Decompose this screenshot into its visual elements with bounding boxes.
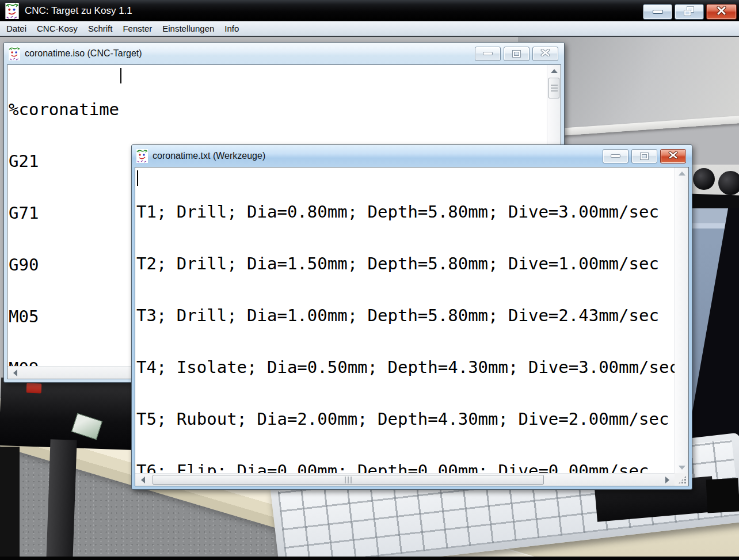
iso-window-controls <box>475 47 559 61</box>
resize-grip[interactable] <box>678 475 687 484</box>
tool-line: T2; Drill; Dia=1.50mm; Depth=5.80mm; Div… <box>136 255 675 272</box>
minimize-icon <box>653 10 662 13</box>
text-caret <box>120 68 121 83</box>
close-icon <box>716 6 727 17</box>
tool-line: T1; Drill; Dia=0.80mm; Depth=5.80mm; Div… <box>136 203 675 220</box>
txt-window: coronatime.txt (Werkzeuge) <box>131 144 692 490</box>
table-leg-photo <box>0 447 20 560</box>
device-photo <box>706 478 739 513</box>
txt-vscrollbar[interactable] <box>675 167 688 473</box>
menu-item-einstellungen[interactable]: Einstellungen <box>157 21 219 36</box>
bottom-frame-bar <box>0 557 739 560</box>
iso-minimize-button[interactable] <box>475 47 501 61</box>
txt-titlebar[interactable]: coronatime.txt (Werkzeuge) <box>132 145 692 167</box>
iso-close-button[interactable] <box>532 47 558 61</box>
scroll-left-icon <box>141 477 145 483</box>
iso-maximize-button[interactable] <box>504 47 530 61</box>
scroll-up-button[interactable] <box>675 167 688 179</box>
document-icon <box>136 149 148 163</box>
red-button-photo <box>26 383 42 394</box>
txt-window-controls <box>603 149 687 163</box>
minimize-icon <box>611 155 620 157</box>
text-caret <box>137 170 138 186</box>
close-button[interactable] <box>706 4 737 20</box>
menu-item-datei[interactable]: Datei <box>1 21 32 36</box>
window-controls <box>643 4 737 20</box>
maximize-icon <box>641 153 648 159</box>
tool-line: T5; Rubout; Dia=2.00mm; Depth=4.30mm; Di… <box>136 410 675 428</box>
scroll-up-icon <box>551 69 558 73</box>
minimize-icon <box>483 52 492 55</box>
knob-photo <box>718 171 739 195</box>
menubar: Datei CNC-Kosy Schrift Fenster Einstellu… <box>0 21 739 36</box>
txt-window-title: coronatime.txt (Werkzeuge) <box>153 151 265 161</box>
scroll-thumb[interactable] <box>153 475 544 485</box>
scroll-up-button[interactable] <box>547 65 561 77</box>
scroll-thumb-grip <box>345 477 352 483</box>
app-icon <box>5 3 19 19</box>
app-title: CNC: Target zu Kosy 1.1 <box>25 5 132 17</box>
txt-content: T1; Drill; Dia=0.80mm; Depth=5.80mm; Div… <box>135 167 689 486</box>
menu-item-cnc-kosy[interactable]: CNC-Kosy <box>32 21 83 36</box>
scroll-left-icon <box>13 369 17 376</box>
restore-button[interactable] <box>675 4 704 20</box>
txt-code-area[interactable]: T1; Drill; Dia=0.80mm; Depth=5.80mm; Div… <box>136 169 675 473</box>
monitor-photo <box>690 208 739 462</box>
knob-photo <box>693 168 715 190</box>
scroll-up-icon <box>679 172 685 176</box>
table-leg-photo <box>46 439 77 560</box>
scroll-left-button[interactable] <box>9 367 21 379</box>
close-icon <box>540 48 550 59</box>
txt-maximize-button[interactable] <box>631 149 657 163</box>
maximize-icon <box>513 51 520 57</box>
iso-titlebar[interactable]: coronatime.iso (CNC-Target) <box>4 43 564 64</box>
txt-close-button[interactable] <box>660 149 686 163</box>
minimize-button[interactable] <box>643 4 672 20</box>
app-titlebar[interactable]: CNC: Target zu Kosy 1.1 <box>0 0 739 21</box>
txt-scroll-corner <box>675 473 688 486</box>
menu-item-info[interactable]: Info <box>219 21 244 36</box>
txt-hscrollbar[interactable] <box>135 473 675 486</box>
document-icon <box>9 47 20 60</box>
code-line: %coronatime <box>9 101 547 118</box>
scroll-left-button[interactable] <box>136 474 149 486</box>
tool-line: T3; Drill; Dia=1.00mm; Depth=5.80mm; Div… <box>136 307 675 324</box>
iso-window-title: coronatime.iso (CNC-Target) <box>25 48 142 59</box>
scroll-down-icon <box>679 466 685 470</box>
scroll-thumb-grip <box>551 85 558 92</box>
menu-item-schrift[interactable]: Schrift <box>83 21 118 36</box>
monitor-bezel-photo <box>690 208 739 462</box>
scroll-down-button[interactable] <box>675 462 688 473</box>
tool-line: T4; Isolate; Dia=0.50mm; Depth=4.30mm; D… <box>136 359 675 376</box>
menu-item-fenster[interactable]: Fenster <box>117 21 157 36</box>
equipment-box-photo <box>0 378 137 450</box>
mdi-client-area: coronatime.iso (CNC-Target) <box>0 36 739 560</box>
scroll-right-button[interactable] <box>661 474 673 486</box>
tool-line: T6; Flip; Dia=0.00mm; Depth=0.00mm; Dive… <box>136 462 675 473</box>
restore-icon <box>683 6 696 18</box>
txt-minimize-button[interactable] <box>603 149 628 163</box>
scroll-right-icon <box>665 477 669 483</box>
close-icon <box>668 151 678 161</box>
scroll-thumb[interactable] <box>548 78 559 98</box>
